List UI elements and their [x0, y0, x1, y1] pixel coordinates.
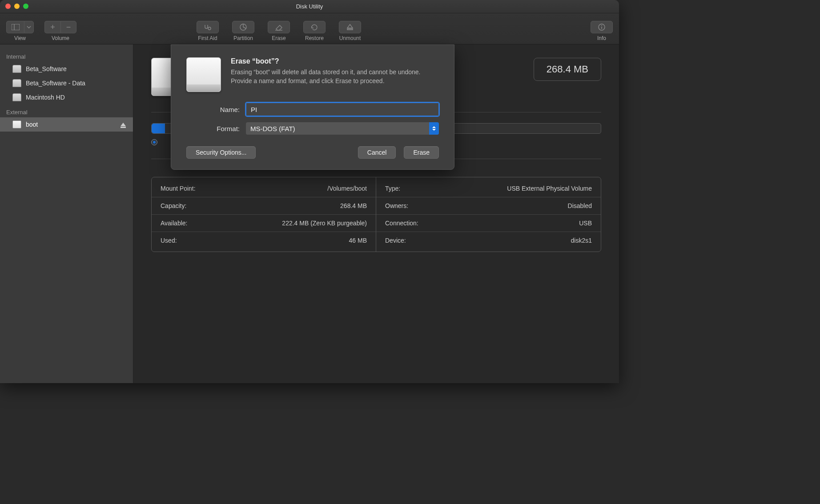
view-label: View — [14, 35, 26, 41]
disk-utility-window: Disk Utility View + − Volume — [0, 0, 619, 383]
svg-point-7 — [601, 25, 602, 26]
view-dropdown-button[interactable] — [24, 21, 34, 33]
security-options-button[interactable]: Security Options... — [186, 146, 256, 159]
info-val: disk2s1 — [571, 237, 592, 244]
disk-icon — [12, 65, 21, 73]
info-box: Mount Point:/Volumes/boot Capacity:268.4… — [151, 177, 601, 252]
window-title: Disk Utility — [296, 3, 323, 10]
restore-icon — [310, 24, 318, 31]
usage-bar-fill — [152, 124, 165, 133]
dialog-disk-icon — [186, 57, 221, 92]
first-aid-label: First Aid — [198, 35, 217, 41]
zoom-window-button[interactable] — [23, 4, 28, 9]
volume-add-button[interactable]: + — [44, 21, 60, 33]
chevron-down-icon — [27, 26, 31, 28]
info-row: Used:46 MB — [152, 232, 376, 249]
sidebar: Internal Beta_Software Beta_Software - D… — [0, 44, 133, 383]
svg-rect-0 — [12, 24, 20, 30]
partition-button[interactable] — [232, 21, 254, 33]
info-row: Connection:USB — [376, 214, 601, 232]
traffic-lights — [5, 4, 28, 9]
info-val: /Volumes/boot — [327, 185, 367, 192]
erase-toolbar-button[interactable] — [268, 21, 290, 33]
info-key: Connection: — [385, 220, 418, 227]
info-key: Mount Point: — [161, 185, 196, 192]
info-row: Owners:Disabled — [376, 197, 601, 214]
volume-group: + − Volume — [44, 21, 76, 41]
restore-button[interactable] — [303, 21, 326, 33]
info-key: Capacity: — [161, 202, 186, 209]
sidebar-item-beta-software-data[interactable]: Beta_Software - Data — [0, 76, 133, 90]
info-key: Type: — [385, 185, 400, 192]
eject-icon[interactable] — [121, 123, 126, 126]
info-val: USB — [579, 220, 592, 227]
disk-icon — [12, 93, 21, 101]
cancel-button[interactable]: Cancel — [358, 146, 396, 159]
sidebar-internal-header: Internal — [0, 49, 133, 62]
dialog-title: Erase “boot”? — [231, 57, 426, 65]
select-stepper-icon — [429, 122, 439, 135]
info-val: 222.4 MB (Zero KB purgeable) — [282, 220, 367, 227]
first-aid-button[interactable] — [197, 21, 219, 33]
pie-icon — [239, 23, 247, 31]
sidebar-item-label: Beta_Software — [26, 65, 67, 72]
svg-point-2 — [208, 27, 211, 30]
erase-label: Erase — [272, 35, 285, 41]
erase-button[interactable]: Erase — [404, 146, 439, 159]
minimize-window-button[interactable] — [14, 4, 20, 9]
info-label: Info — [597, 35, 606, 41]
name-input[interactable] — [246, 103, 439, 116]
info-row: Type:USB External Physical Volume — [376, 180, 601, 197]
sidebar-item-beta-software[interactable]: Beta_Software — [0, 62, 133, 76]
info-key: Used: — [161, 237, 177, 244]
sidebar-item-label: boot — [26, 121, 38, 128]
eraser-icon — [274, 24, 283, 31]
legend-dot — [151, 139, 157, 145]
info-row: Capacity:268.4 MB — [152, 197, 376, 214]
info-button[interactable] — [591, 21, 613, 33]
volume-label: Volume — [52, 35, 69, 41]
view-button[interactable] — [6, 21, 24, 33]
info-row: Device:disk2s1 — [376, 232, 601, 249]
toolbar-center: First Aid Partition Erase Restore — [197, 21, 361, 41]
info-row: Available:222.4 MB (Zero KB purgeable) — [152, 214, 376, 232]
info-key: Owners: — [385, 202, 408, 209]
partition-label: Partition — [233, 35, 253, 41]
info-key: Available: — [161, 220, 187, 227]
sidebar-item-label: Beta_Software - Data — [26, 80, 85, 87]
info-val: Disabled — [568, 202, 592, 209]
disk-icon — [12, 79, 21, 87]
info-col-left: Mount Point:/Volumes/boot Capacity:268.4… — [152, 177, 376, 252]
toolbar: View + − Volume First Aid Partition — [0, 13, 619, 44]
close-window-button[interactable] — [5, 4, 11, 9]
restore-label: Restore — [305, 35, 324, 41]
svg-rect-5 — [347, 29, 353, 30]
sidebar-item-boot[interactable]: boot — [0, 117, 133, 132]
volume-remove-button[interactable]: − — [60, 21, 76, 33]
sidebar-external-header: External — [0, 104, 133, 117]
format-label: Format: — [186, 125, 240, 132]
stethoscope-icon — [203, 24, 212, 31]
info-row: Mount Point:/Volumes/boot — [152, 180, 376, 197]
info-key: Device: — [385, 237, 406, 244]
erase-dialog: Erase “boot”? Erasing “boot” will delete… — [171, 44, 454, 170]
info-val: USB External Physical Volume — [507, 185, 592, 192]
titlebar: Disk Utility — [0, 0, 619, 13]
format-value: MS-DOS (FAT) — [250, 125, 295, 132]
view-group: View — [6, 21, 34, 41]
unmount-label: Unmount — [339, 35, 361, 41]
name-label: Name: — [186, 106, 240, 113]
info-group: Info — [591, 21, 613, 41]
unmount-button[interactable] — [339, 21, 361, 33]
sidebar-item-macintosh-hd[interactable]: Macintosh HD — [0, 90, 133, 104]
info-icon — [598, 23, 606, 31]
dialog-description: Erasing “boot” will delete all data stor… — [231, 68, 426, 85]
dialog-form: Name: Format: MS-DOS (FAT) — [186, 103, 439, 135]
sidebar-icon — [12, 24, 20, 30]
info-val: 268.4 MB — [340, 202, 367, 209]
format-select[interactable]: MS-DOS (FAT) — [246, 122, 439, 135]
info-val: 46 MB — [349, 237, 367, 244]
external-disk-icon — [12, 120, 21, 128]
size-badge: 268.4 MB — [534, 58, 601, 81]
sidebar-item-label: Macintosh HD — [26, 94, 65, 101]
